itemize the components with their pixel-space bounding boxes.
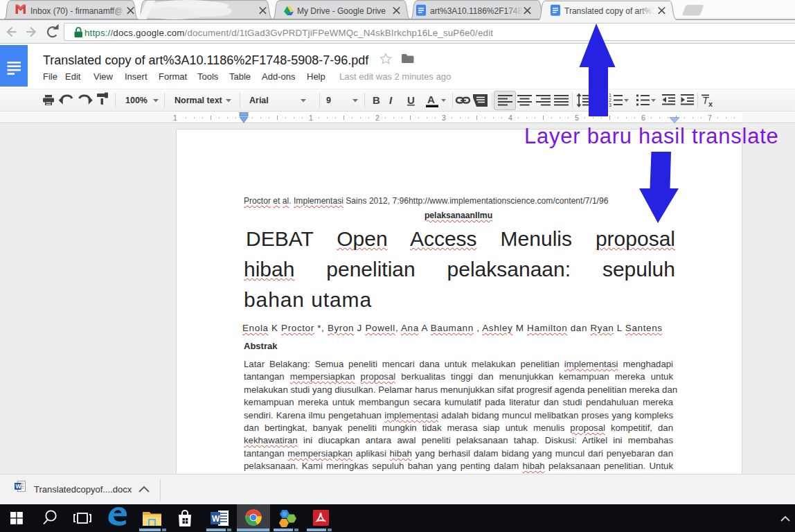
svg-text:2: 2 bbox=[609, 98, 611, 103]
svg-text:3: 3 bbox=[609, 103, 611, 107]
svg-text:I: I bbox=[389, 94, 393, 106]
svg-text:A: A bbox=[427, 94, 435, 105]
svg-text:Inbox (70) - firmanamff@: Inbox (70) - firmanamff@ bbox=[30, 6, 123, 16]
svg-text:1: 1 bbox=[609, 93, 611, 98]
svg-text:U: U bbox=[407, 94, 415, 106]
svg-text:My Drive - Google Drive: My Drive - Google Drive bbox=[297, 6, 386, 16]
svg-text:B: B bbox=[373, 94, 380, 106]
svg-text:W: W bbox=[212, 514, 220, 524]
svg-text:Translated copy of art%3: Translated copy of art%3 bbox=[564, 6, 656, 16]
svg-text:x: x bbox=[708, 100, 713, 108]
svg-text:W: W bbox=[16, 483, 22, 490]
svg-text:art%3A10.1186%2F1748-: art%3A10.1186%2F1748- bbox=[430, 6, 525, 16]
